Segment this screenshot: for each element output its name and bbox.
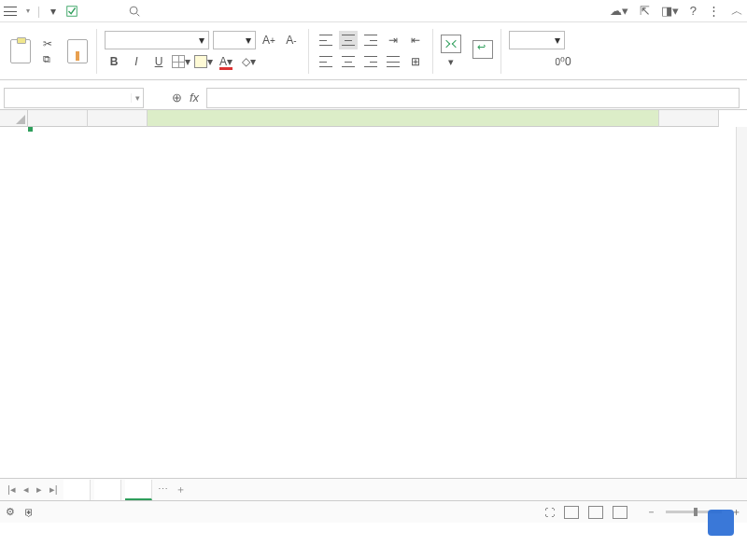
grid-area <box>0 110 747 478</box>
paste-button[interactable] <box>4 39 37 63</box>
help-icon[interactable]: ? <box>690 4 697 18</box>
quick-print-icon[interactable] <box>63 2 81 21</box>
merge-group: ▾ <box>435 35 467 68</box>
wps-logo-icon <box>708 510 734 536</box>
number-format-select[interactable]: ▾ <box>509 31 565 49</box>
chevron-down-icon[interactable]: ▾ <box>131 93 143 103</box>
font-size-select[interactable]: ▾ <box>213 31 256 49</box>
sheet-nav-prev[interactable]: ◂ <box>21 483 31 496</box>
align-middle-button[interactable] <box>339 31 358 49</box>
merge-label[interactable]: ▾ <box>448 56 454 68</box>
wrap-icon[interactable] <box>472 40 493 59</box>
fill-color-button[interactable]: ▾ <box>194 52 213 71</box>
ribbon: ✂ ⧉ ▾ ▾ A+ A- B I U ▾ ▾ A▾ ◇▾ ⇥ ⇤ <box>0 22 747 80</box>
align-middle-icon <box>342 35 355 46</box>
align-top-icon <box>319 35 332 46</box>
formula-bar: ▾ ⊕ fx <box>0 86 747 110</box>
indent-dec-button[interactable]: ⇤ <box>406 31 425 49</box>
comma-button[interactable]: 0⁰0 <box>554 52 572 71</box>
align-bottom-icon <box>364 35 377 46</box>
status-bar: ⚙ ⛨ ⛶ － ＋ <box>0 500 747 523</box>
font-name-select[interactable]: ▾ <box>105 31 209 49</box>
align-top-button[interactable] <box>317 31 335 49</box>
col-header-a[interactable] <box>28 110 88 127</box>
border-button[interactable]: ▾ <box>172 52 190 71</box>
view-page-button[interactable] <box>588 506 603 519</box>
name-box[interactable]: ▾ <box>4 88 144 108</box>
indent-inc-button[interactable]: ⇥ <box>384 31 402 49</box>
name-box-input[interactable] <box>5 91 131 105</box>
fullscreen-icon[interactable]: ⛶ <box>544 507 555 518</box>
merge-icon[interactable] <box>441 35 461 53</box>
wrap-group <box>467 40 499 62</box>
svg-line-2 <box>137 13 140 16</box>
settings-icon[interactable]: ⚙ <box>6 506 15 518</box>
increase-font-button[interactable]: A+ <box>260 31 278 49</box>
align-left-icon <box>319 56 332 67</box>
orientation-button[interactable]: ⊞ <box>406 52 425 71</box>
sheet-nav-first[interactable]: |◂ <box>6 483 18 496</box>
format-painter-button[interactable] <box>61 39 94 63</box>
formula-input[interactable] <box>206 88 740 108</box>
font-color-button[interactable]: A▾ <box>217 52 235 71</box>
percent-button[interactable] <box>531 52 550 71</box>
sheet-add[interactable]: ＋ <box>174 483 188 497</box>
zoom-out-button[interactable]: － <box>646 505 656 519</box>
shield-icon[interactable]: ⛨ <box>24 507 35 518</box>
chevron-down-icon: ▾ <box>246 34 251 47</box>
underline-button[interactable]: U <box>149 52 168 71</box>
align-center-icon <box>342 56 355 67</box>
search-button[interactable] <box>128 5 145 18</box>
justify-button[interactable] <box>384 52 402 71</box>
vertical-scrollbar[interactable] <box>736 127 747 478</box>
svg-rect-0 <box>67 6 78 16</box>
expand-icon[interactable]: ⊕ <box>172 91 182 105</box>
bold-button[interactable]: B <box>105 52 123 71</box>
select-all-button[interactable] <box>0 110 28 127</box>
titlebar-right: ☁▾ ⇱ ◨▾ ? ⋮ ︿ <box>610 3 743 20</box>
col-header-c[interactable] <box>148 110 659 127</box>
scissors-icon: ✂ <box>43 37 52 50</box>
fx-icon[interactable]: fx <box>190 91 199 105</box>
file-menu[interactable]: ▾ <box>21 7 34 15</box>
collapse-ribbon-icon[interactable]: ︿ <box>731 3 743 20</box>
menubar: ▾ | ▾ ☁▾ ⇱ ◨▾ ? ⋮ ︿ <box>0 0 747 22</box>
sheet-more[interactable]: ⋯ <box>156 483 170 496</box>
sheet-tab-bar: |◂ ◂ ▸ ▸| ⋯ ＋ <box>0 478 747 500</box>
sheet-nav-next[interactable]: ▸ <box>35 483 44 496</box>
decrease-font-button[interactable]: A- <box>282 31 301 49</box>
view-break-button[interactable] <box>613 506 627 519</box>
sheet-tab-2[interactable] <box>125 480 152 500</box>
sheet-tab-0[interactable] <box>63 480 91 500</box>
justify-icon <box>387 56 400 67</box>
save-icon[interactable]: ▾ <box>44 2 63 21</box>
align-right-icon <box>364 56 377 67</box>
fill-icon <box>194 55 207 68</box>
align-left-button[interactable] <box>317 52 335 71</box>
cut-button[interactable]: ✂ <box>43 37 55 50</box>
cloud-icon[interactable]: ☁▾ <box>610 4 628 18</box>
view-normal-button[interactable] <box>564 506 579 519</box>
watermark <box>708 510 738 536</box>
cell-style-button[interactable]: ◇▾ <box>239 52 258 71</box>
more-icon[interactable]: ⋮ <box>708 4 720 18</box>
row-headers <box>0 127 28 478</box>
currency-button[interactable] <box>509 52 528 71</box>
align-center-button[interactable] <box>339 52 358 71</box>
chevron-down-icon: ▾ <box>199 34 204 47</box>
clipboard-icon <box>10 39 31 63</box>
align-right-button[interactable] <box>361 52 380 71</box>
align-bottom-button[interactable] <box>361 31 380 49</box>
hamburger-icon[interactable] <box>4 7 17 16</box>
copy-button[interactable]: ⧉ <box>43 53 55 65</box>
col-header-d[interactable] <box>659 110 719 127</box>
border-icon <box>172 55 185 68</box>
italic-button[interactable]: I <box>127 52 146 71</box>
sheet-tab-1[interactable] <box>94 480 121 500</box>
cells-canvas[interactable] <box>28 127 736 478</box>
col-header-b[interactable] <box>88 110 148 127</box>
share-icon[interactable]: ⇱ <box>640 4 650 18</box>
sheet-nav-last[interactable]: ▸| <box>48 483 60 496</box>
history-icon[interactable]: ◨▾ <box>661 4 679 18</box>
align-group: ⇥ ⇤ ⊞ <box>311 31 430 71</box>
